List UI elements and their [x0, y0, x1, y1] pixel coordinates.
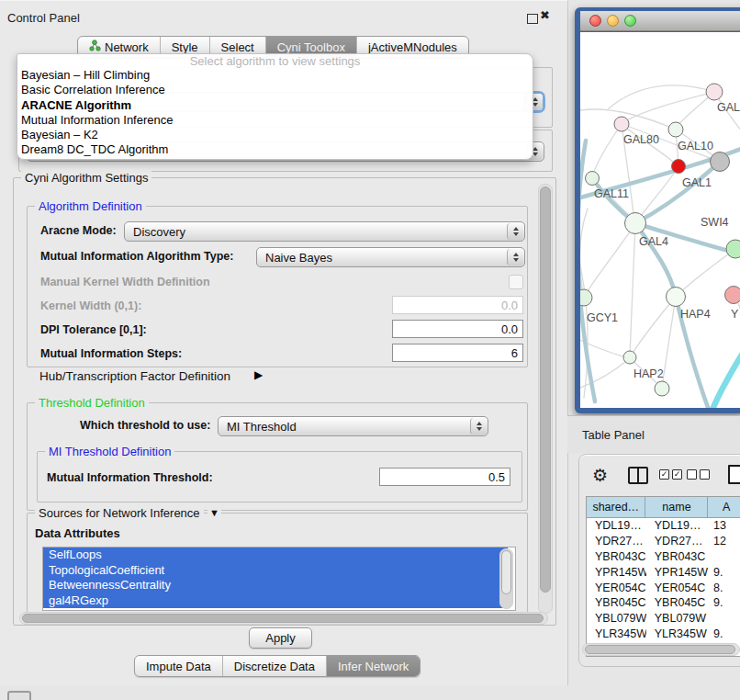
sources-collapse-icon[interactable]: ▼ [207, 507, 221, 518]
dpi-tolerance-label: DPI Tolerance [0,1]: [40, 323, 147, 336]
close-window-icon[interactable]: ✖ [540, 8, 550, 22]
network-window-titlebar[interactable] [580, 11, 740, 31]
network-node-hap4[interactable] [667, 288, 686, 307]
tab-impute-data[interactable]: Impute Data [135, 656, 222, 676]
network-edge[interactable] [592, 124, 622, 176]
table-cell: 9. [709, 627, 740, 642]
aracne-mode-label: Aracne Mode: [40, 224, 117, 237]
dpi-tolerance-field[interactable]: 0.0 [392, 320, 523, 338]
network-node[interactable] [655, 381, 669, 396]
combo-stepper-icon [470, 418, 487, 435]
network-node-gal4[interactable] [625, 213, 646, 234]
network-node-gal10[interactable] [668, 122, 683, 137]
float-window-icon[interactable] [527, 14, 538, 24]
gear-icon[interactable]: ⚙ [592, 465, 608, 486]
column-header[interactable]: shared… [587, 497, 645, 517]
algorithm-definition-groupbox: Algorithm Definition Aracne Mode: Discov… [27, 206, 528, 367]
algorithm-option[interactable]: Dream8 DC_TDC Algorithm [17, 142, 533, 157]
node-label: HAP2 [633, 367, 664, 380]
table-panel-header: Table Panel [567, 415, 740, 453]
table-row[interactable]: YER054CYER054C8. [587, 580, 740, 595]
network-canvas[interactable]: GALGAL80GAL10GAL1GAL11GAL4SWI4GCY1HAP4YH… [580, 32, 740, 408]
table-row[interactable]: YBL079WYBL079W [587, 611, 740, 627]
table-cell: YPR145W [587, 564, 646, 580]
network-node-gcy1[interactable] [580, 289, 592, 306]
cyni-algorithm-settings-groupbox: Cyni Algorithm Settings Algorithm Defini… [13, 177, 556, 626]
attribute-item[interactable]: BetweennessCentrality [43, 578, 508, 593]
table-panel-title: Table Panel [582, 428, 645, 442]
table-cell: YBR043C [587, 549, 646, 565]
select-all-icon[interactable]: ✓✓ [659, 469, 685, 486]
attribute-item[interactable]: TopologicalCoefficient [43, 563, 508, 579]
column-header[interactable]: A [708, 497, 740, 517]
network-edge[interactable] [631, 297, 676, 356]
table-cell: YDL19… [587, 518, 646, 534]
table-row[interactable]: YPR145WYPR145W9. [587, 564, 740, 580]
import-table-icon[interactable] [728, 465, 740, 484]
network-icon [89, 40, 101, 54]
network-node[interactable] [711, 152, 730, 172]
node-table: shared…nameAYDL19…YDL19…13YDR27…YDR27…12… [586, 496, 740, 657]
manual-kernel-checkbox[interactable] [509, 275, 523, 289]
mi-threshold-field[interactable]: 0.5 [379, 468, 510, 486]
algorithm-prompt: Select algorithm to view settings [17, 54, 533, 68]
network-edge[interactable] [678, 249, 735, 295]
network-node-gal80[interactable] [614, 117, 629, 131]
hub-expand-icon[interactable]: ▶ [254, 368, 263, 381]
kernel-width-label: Kernel Width (0,1): [40, 299, 141, 312]
network-edge[interactable] [630, 223, 635, 356]
columns-icon[interactable] [628, 467, 648, 484]
tab-discretize-data[interactable]: Discretize Data [222, 656, 326, 676]
network-node-gal1[interactable] [672, 160, 686, 174]
kernel-width-field[interactable]: 0.0 [392, 296, 523, 314]
window-title: Control Panel [7, 11, 80, 25]
data-attributes-list[interactable]: SelfLoopsTopologicalCoefficientBetweenne… [42, 547, 516, 611]
network-node-swi4[interactable] [726, 240, 740, 258]
settings-horizontal-scrollbar[interactable] [19, 612, 548, 625]
node-label: HAP4 [680, 308, 711, 321]
combo-stepper-icon [507, 249, 523, 265]
algorithm-option[interactable]: Bayesian – Hill Climbing [17, 68, 533, 83]
hub-definition-label[interactable]: Hub/Transcription Factor Definition [39, 369, 230, 383]
network-edge[interactable] [710, 350, 740, 408]
node-label: GCY1 [587, 311, 618, 324]
network-node-gal[interactable] [706, 84, 723, 100]
which-threshold-label: Which threshold to use: [80, 419, 210, 432]
settings-vertical-scrollbar[interactable] [538, 184, 553, 614]
table-horizontal-scrollbar[interactable] [582, 643, 740, 656]
network-node-y[interactable] [725, 287, 740, 304]
aracne-mode-combobox[interactable]: Discovery [124, 221, 525, 242]
mac-zoom-icon[interactable] [624, 15, 636, 27]
tab-label: Discretize Data [234, 660, 315, 673]
table-row[interactable]: YDL19…YDL19…13 [587, 518, 740, 534]
table-cell: 8. [709, 580, 740, 595]
column-header[interactable]: name [645, 497, 708, 517]
mi-steps-field[interactable]: 6 [392, 344, 523, 362]
algorithm-option[interactable]: ARACNE Algorithm [17, 98, 533, 113]
algorithm-option[interactable]: Mutual Information Inference [17, 113, 533, 128]
mac-close-icon[interactable] [589, 15, 601, 27]
deselect-all-icon[interactable] [687, 469, 712, 486]
network-node-gal11[interactable] [586, 172, 600, 186]
tab-infer-network[interactable]: Infer Network [326, 656, 420, 676]
table-row[interactable]: YLR345WYLR345W9. [587, 627, 740, 642]
attribute-item[interactable]: SelfLoops [43, 548, 508, 563]
table-cell: YDL19… [646, 518, 709, 534]
algorithm-option[interactable]: Bayesian – K2 [17, 128, 533, 142]
network-edge[interactable] [585, 223, 635, 296]
network-node-hap2[interactable] [623, 351, 636, 364]
table-row[interactable]: YDR27…YDR27…12 [587, 534, 740, 549]
which-threshold-combobox[interactable]: MI Threshold [218, 416, 488, 436]
apply-button[interactable]: Apply [249, 627, 312, 649]
algorithm-option[interactable]: Basic Correlation Inference [17, 83, 533, 97]
docked-panel-icon[interactable] [7, 691, 31, 700]
attributes-scrollbar[interactable] [499, 548, 513, 609]
attribute-item[interactable]: gal4RGexp [43, 593, 508, 609]
table-cell: YBL079W [587, 611, 646, 627]
mac-minimize-icon[interactable] [607, 15, 619, 27]
table-row[interactable]: YBR045CYBR045C9. [587, 595, 740, 611]
table-cell: YBR045C [587, 595, 646, 611]
mi-algorithm-type-combobox[interactable]: Naive Bayes [256, 247, 525, 267]
table-row[interactable]: YBR043CYBR043C [587, 549, 740, 565]
network-edge[interactable] [623, 92, 714, 122]
